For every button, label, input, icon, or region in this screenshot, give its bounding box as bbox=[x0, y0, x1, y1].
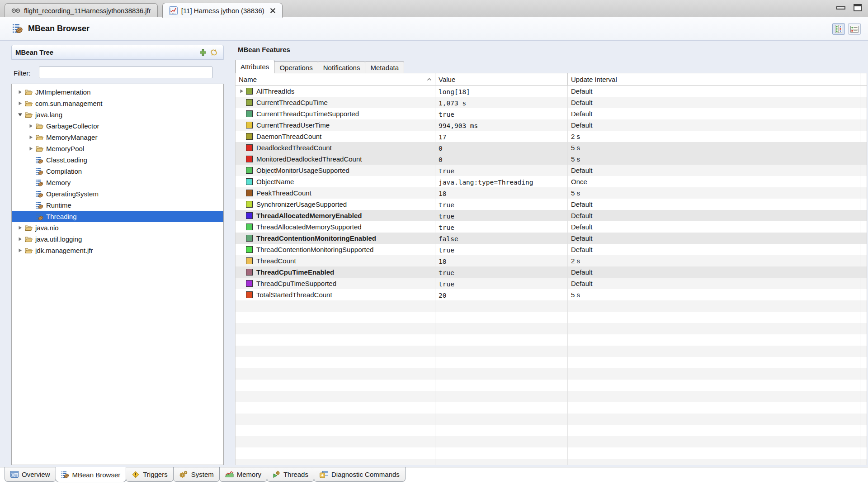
expand-arrow-icon[interactable] bbox=[16, 101, 24, 106]
empty-cell bbox=[236, 436, 435, 447]
table-row[interactable]: CurrentThreadCpuTimeSupportedtrueDefault bbox=[236, 108, 867, 119]
empty-cell bbox=[568, 323, 701, 334]
table-row[interactable]: ThreadCpuTimeSupportedtrueDefault bbox=[236, 278, 867, 289]
tree-item-runtime[interactable]: Runtime bbox=[12, 200, 223, 211]
tree-item-compilation[interactable]: Compilation bbox=[12, 166, 223, 177]
tab-attributes[interactable]: Attributes bbox=[235, 60, 274, 73]
attribute-name: TotalStartedThreadCount bbox=[256, 291, 332, 299]
table-row[interactable]: AllThreadIdslong[18]Default bbox=[236, 86, 867, 97]
expand-arrow-icon[interactable] bbox=[16, 237, 24, 242]
table-row[interactable]: ThreadCount182 s bbox=[236, 255, 867, 266]
empty-cell bbox=[701, 425, 860, 436]
tree-item-operatingsystem[interactable]: OperatingSystem bbox=[12, 188, 223, 200]
scrollbar-track bbox=[860, 131, 867, 142]
add-mbean-button[interactable] bbox=[198, 48, 208, 57]
attribute-color-swatch bbox=[246, 201, 253, 208]
expand-arrow-icon[interactable] bbox=[16, 90, 24, 95]
table-row[interactable]: ThreadAllocatedMemorySupportedtrueDefaul… bbox=[236, 221, 867, 233]
window-tab-11-harness-jython-38836[interactable]: [11] Harness jython (38836) bbox=[162, 3, 283, 18]
table-empty-row bbox=[236, 300, 867, 312]
table-row[interactable]: ThreadContentionMonitoringEnabledfalseDe… bbox=[236, 233, 867, 244]
bottom-tab-label: Triggers bbox=[143, 471, 167, 478]
minimize-button[interactable] bbox=[836, 6, 845, 10]
close-icon[interactable] bbox=[270, 8, 276, 14]
page-title: MBean Browser bbox=[28, 24, 90, 33]
attribute-color-swatch bbox=[246, 156, 253, 162]
vertical-layout-button[interactable] bbox=[832, 23, 845, 35]
filter-row: Filter: bbox=[11, 66, 224, 80]
scrollbar-track bbox=[860, 402, 867, 414]
mbean-icon bbox=[35, 179, 44, 186]
bottom-tab-threads[interactable]: Threads bbox=[267, 467, 314, 482]
tree-item-memory[interactable]: Memory bbox=[12, 177, 223, 188]
tree-item-java-lang[interactable]: java.lang bbox=[12, 109, 223, 120]
table-row[interactable]: ThreadAllocatedMemoryEnabledtrueDefault bbox=[236, 210, 867, 221]
mbean-tree-header: MBean Tree bbox=[11, 45, 224, 60]
horizontal-layout-icon bbox=[850, 26, 859, 33]
attribute-name-cell: CurrentThreadCpuTime bbox=[236, 97, 435, 108]
scrollbar-track bbox=[860, 391, 867, 402]
table-row[interactable]: CurrentThreadCpuTime1,073 sDefault bbox=[236, 97, 867, 108]
expand-arrow-icon[interactable] bbox=[16, 225, 24, 230]
tree-item-memorypool[interactable]: MemoryPool bbox=[12, 143, 223, 154]
bottom-tab-triggers[interactable]: Triggers bbox=[126, 467, 173, 482]
filter-input[interactable] bbox=[39, 67, 212, 78]
attribute-color-swatch bbox=[246, 88, 253, 95]
chart-icon bbox=[169, 6, 178, 15]
table-row[interactable]: CurrentThreadUserTime994,903 msDefault bbox=[236, 119, 867, 131]
bottom-tab-mbean-browser[interactable]: MBean Browser bbox=[56, 467, 127, 482]
expand-arrow-icon[interactable] bbox=[27, 146, 35, 151]
table-row[interactable]: SynchronizerUsageSupportedtrueDefault bbox=[236, 199, 867, 210]
tree-item-label: Threading bbox=[46, 213, 77, 220]
attribute-name-cell: ThreadContentionMonitoringEnabled bbox=[236, 233, 435, 244]
expand-arrow-icon[interactable] bbox=[238, 89, 245, 94]
tab-label: Operations bbox=[279, 64, 312, 71]
tree-item-garbagecollector[interactable]: GarbageCollector bbox=[12, 120, 223, 132]
table-row[interactable]: ThreadContentionMonitoringSupportedtrueD… bbox=[236, 244, 867, 255]
table-row[interactable]: DaemonThreadCount172 s bbox=[236, 131, 867, 142]
window-tab-flight-recording-11harnessjyth[interactable]: flight_recording_11Harnessjython38836.jf… bbox=[5, 3, 158, 17]
expand-arrow-icon[interactable] bbox=[27, 124, 35, 128]
bottom-tab-diagnostic-commands[interactable]: Diagnostic Commands bbox=[314, 467, 406, 482]
column-header-name[interactable]: Name bbox=[236, 73, 435, 85]
tree-item-memorymanager[interactable]: MemoryManager bbox=[12, 132, 223, 143]
horizontal-layout-button[interactable] bbox=[848, 23, 861, 35]
tree-item-classloading[interactable]: ClassLoading bbox=[12, 154, 223, 166]
column-header-value[interactable]: Value bbox=[435, 73, 568, 85]
tab-operations[interactable]: Operations bbox=[274, 62, 318, 73]
scrollbar-track bbox=[860, 289, 867, 300]
bottom-tab-system[interactable]: System bbox=[173, 467, 220, 482]
column-header-update-interval[interactable]: Update Interval bbox=[568, 73, 701, 85]
empty-cell bbox=[701, 86, 860, 97]
expand-arrow-icon[interactable] bbox=[27, 135, 35, 140]
table-row[interactable]: ThreadCpuTimeEnabledtrueDefault bbox=[236, 266, 867, 278]
empty-cell bbox=[701, 436, 860, 447]
expand-arrow-icon[interactable] bbox=[16, 113, 24, 117]
tree-item-com-sun-management[interactable]: com.sun.management bbox=[12, 98, 223, 109]
table-row[interactable]: DeadlockedThreadCount05 s bbox=[236, 142, 867, 153]
refresh-button[interactable] bbox=[208, 48, 220, 57]
table-empty-row bbox=[236, 391, 867, 402]
attribute-update-interval: Default bbox=[568, 221, 701, 233]
bottom-tab-overview[interactable]: Overview bbox=[5, 467, 56, 482]
tree-item-jmimplementation[interactable]: JMImplementation bbox=[12, 86, 223, 98]
expand-arrow-icon[interactable] bbox=[16, 248, 24, 253]
bottom-tab-memory[interactable]: Memory bbox=[219, 467, 267, 482]
empty-cell bbox=[568, 312, 701, 323]
tree-item-java-nio[interactable]: java.nio bbox=[12, 222, 223, 233]
tree-item-java-util-logging[interactable]: java.util.logging bbox=[12, 233, 223, 245]
scrollbar-track bbox=[860, 266, 867, 278]
empty-cell bbox=[701, 414, 860, 425]
tab-metadata[interactable]: Metadata bbox=[365, 62, 404, 73]
tree-item-jdk-management-jfr[interactable]: jdk.management.jfr bbox=[12, 245, 223, 256]
window-tab-label: [11] Harness jython (38836) bbox=[181, 7, 264, 14]
attribute-value: long[18] bbox=[435, 86, 568, 97]
tree-item-threading[interactable]: Threading bbox=[12, 211, 223, 222]
table-row[interactable]: ObjectNamejava.lang:type=ThreadingOnce bbox=[236, 176, 867, 187]
table-row[interactable]: ObjectMonitorUsageSupportedtrueDefault bbox=[236, 165, 867, 176]
table-row[interactable]: TotalStartedThreadCount205 s bbox=[236, 289, 867, 300]
maximize-button[interactable] bbox=[854, 4, 862, 11]
table-row[interactable]: MonitoredDeadlockedThreadCount05 s bbox=[236, 153, 867, 165]
tab-notifications[interactable]: Notifications bbox=[318, 62, 366, 73]
table-row[interactable]: PeakThreadCount185 s bbox=[236, 187, 867, 199]
